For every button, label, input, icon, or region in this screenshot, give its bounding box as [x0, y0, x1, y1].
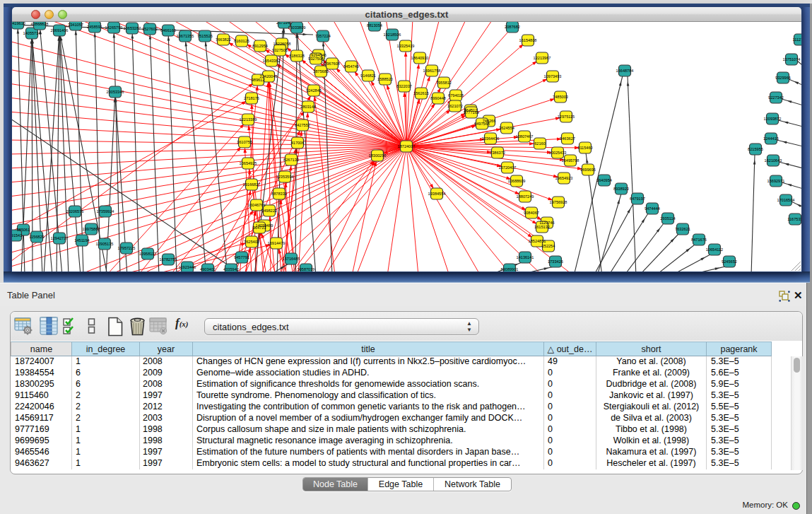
svg-text:18524851: 18524851	[529, 239, 546, 243]
svg-text:7386372: 7386372	[490, 151, 505, 155]
svg-text:9245652: 9245652	[722, 259, 737, 264]
svg-text:4335942: 4335942	[223, 267, 239, 271]
svg-text:16914479: 16914479	[268, 241, 286, 245]
svg-text:9115460: 9115460	[577, 146, 592, 150]
svg-text:9227342: 9227342	[768, 95, 784, 100]
svg-text:1451194: 1451194	[74, 238, 89, 243]
svg-text:10025433: 10025433	[549, 151, 567, 155]
svg-text:8215955: 8215955	[748, 147, 763, 151]
svg-text:5498222: 5498222	[261, 209, 277, 213]
svg-text:9327506: 9327506	[272, 48, 288, 52]
svg-text:8878332: 8878332	[271, 192, 287, 196]
svg-text:1527602: 1527602	[142, 27, 158, 31]
svg-text:20364436: 20364436	[482, 136, 500, 141]
svg-text:9777169: 9777169	[464, 110, 479, 115]
svg-text:7663822: 7663822	[216, 37, 231, 42]
svg-text:9242845: 9242845	[306, 88, 322, 93]
svg-text:10671355: 10671355	[177, 34, 194, 38]
svg-text:15692971: 15692971	[767, 179, 785, 183]
svg-text:16154808: 16154808	[519, 38, 537, 42]
svg-text:1167533: 1167533	[787, 217, 801, 221]
svg-text:15226058: 15226058	[273, 42, 291, 46]
svg-text:10807467: 10807467	[516, 134, 534, 139]
svg-text:16495798: 16495798	[562, 158, 579, 163]
svg-text:8427552: 8427552	[295, 123, 310, 127]
svg-text:1621072: 1621072	[447, 104, 463, 108]
svg-text:16961758: 16961758	[423, 69, 441, 73]
svg-text:7955812: 7955812	[436, 81, 452, 85]
svg-text:11923446: 11923446	[179, 265, 196, 269]
svg-text:1733426: 1733426	[548, 259, 563, 264]
svg-text:12353594: 12353594	[276, 175, 294, 179]
svg-text:2803144: 2803144	[300, 105, 316, 109]
svg-text:20691406: 20691406	[51, 28, 69, 33]
svg-text:14055714: 14055714	[23, 31, 41, 35]
svg-text:10653287: 10653287	[124, 26, 141, 30]
svg-text:9474444: 9474444	[645, 206, 660, 211]
svg-text:89089901: 89089901	[501, 267, 519, 271]
svg-text:9463627: 9463627	[560, 136, 575, 141]
svg-text:17016504: 17016504	[777, 198, 795, 202]
svg-text:1615132: 1615132	[534, 225, 550, 229]
svg-text:9327508: 9327508	[308, 57, 324, 61]
svg-text:8912954: 8912954	[252, 44, 268, 48]
svg-text:7515526: 7515526	[197, 34, 213, 38]
svg-text:6794028: 6794028	[448, 93, 464, 98]
svg-text:2718176: 2718176	[244, 96, 259, 100]
svg-text:1244415: 1244415	[763, 136, 779, 141]
svg-text:8990448: 8990448	[430, 96, 446, 100]
svg-text:9699695: 9699695	[580, 168, 596, 172]
svg-text:1156829: 1156829	[29, 235, 44, 239]
svg-text:15751074: 15751074	[783, 57, 801, 62]
svg-text:10973493: 10973493	[544, 74, 562, 78]
svg-text:12975115: 12975115	[558, 115, 575, 119]
svg-text:1419610: 1419610	[12, 22, 25, 25]
svg-text:17957225: 17957225	[118, 246, 136, 250]
svg-text:4903402: 4903402	[200, 267, 216, 271]
svg-text:8454749: 8454749	[343, 64, 359, 69]
svg-text:1588520: 1588520	[377, 77, 393, 81]
svg-text:16033809: 16033809	[288, 25, 306, 30]
svg-text:16046766: 16046766	[248, 203, 266, 207]
svg-text:9329966: 9329966	[775, 76, 791, 80]
svg-text:18300295: 18300295	[369, 153, 387, 158]
svg-text:6466160: 6466160	[160, 28, 176, 33]
svg-text:14265799: 14265799	[105, 25, 123, 30]
svg-text:1112714: 1112714	[793, 37, 801, 42]
svg-text:2967608: 2967608	[324, 62, 340, 66]
svg-text:8186328: 8186328	[289, 54, 305, 58]
svg-text:15716485: 15716485	[283, 257, 300, 261]
svg-text:15720407: 15720407	[499, 165, 517, 170]
svg-text:9084067: 9084067	[524, 211, 539, 215]
svg-text:989612: 989612	[252, 78, 265, 82]
svg-text:19654923: 19654923	[555, 176, 573, 180]
svg-text:8471676: 8471676	[691, 238, 707, 242]
svg-text:18724007: 18724007	[398, 144, 416, 148]
svg-text:10654925: 10654925	[240, 161, 257, 165]
svg-text:964733: 964733	[253, 226, 266, 230]
svg-text:18807249: 18807249	[517, 194, 534, 199]
svg-text:7632621: 7632621	[675, 227, 690, 231]
svg-text:985061: 985061	[17, 228, 30, 232]
svg-text:16648784: 16648784	[616, 69, 634, 73]
svg-text:417006: 417006	[291, 141, 305, 145]
svg-text:9457791: 9457791	[234, 255, 249, 259]
svg-text:1640954: 1640954	[596, 178, 612, 182]
svg-text:39587039: 39587039	[298, 267, 315, 271]
svg-text:252254: 252254	[542, 244, 555, 248]
svg-text:19218506: 19218506	[384, 33, 401, 37]
svg-text:10654112: 10654112	[706, 247, 723, 252]
svg-text:62160: 62160	[534, 141, 546, 146]
svg-text:12905135: 12905135	[96, 242, 114, 246]
svg-text:2571945: 2571945	[276, 22, 292, 25]
svg-text:9146821: 9146821	[360, 74, 376, 78]
svg-text:14136141: 14136141	[517, 255, 534, 259]
svg-text:7357224: 7357224	[315, 34, 331, 38]
svg-text:8160125: 8160125	[234, 39, 249, 43]
svg-text:391541: 391541	[12, 233, 22, 238]
svg-text:18640910: 18640910	[411, 56, 429, 60]
svg-text:3341057: 3341057	[68, 23, 83, 27]
svg-text:8938923: 8938923	[613, 187, 629, 191]
svg-text:19166827: 19166827	[243, 182, 261, 187]
svg-text:2087682: 2087682	[505, 25, 520, 29]
